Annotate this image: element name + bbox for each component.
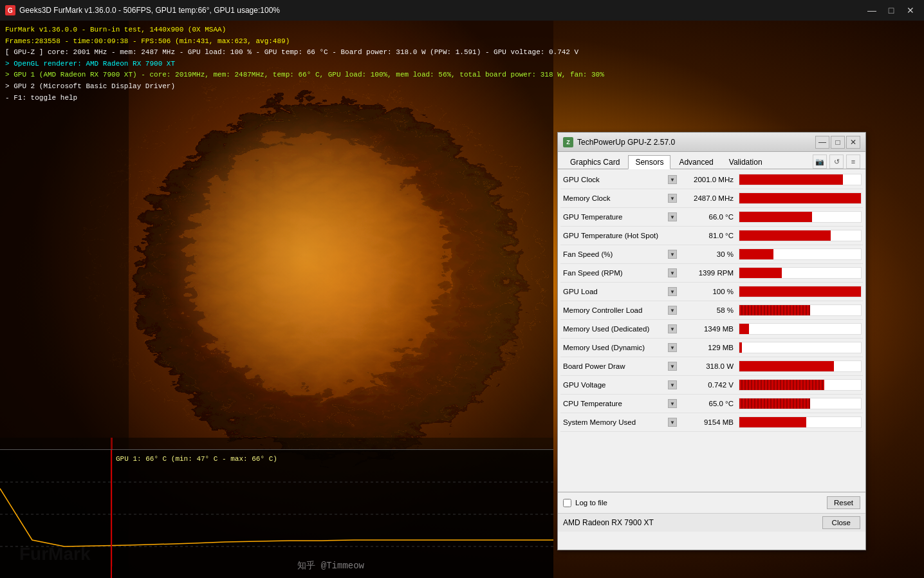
gpuz-minimize-btn[interactable]: —	[815, 136, 829, 149]
gpuz-maximize-btn[interactable]: □	[831, 136, 845, 149]
sensor-dropdown-btn[interactable]: ▼	[668, 418, 677, 427]
sensor-value: 318.0 W	[679, 362, 737, 370]
gpuz-camera-btn[interactable]: 📷	[813, 154, 827, 169]
sensor-bar-container	[739, 267, 862, 279]
furmark-overlay: FurMark v1.36.0.0 - Burn-in test, 1440x9…	[0, 21, 609, 107]
sensor-row: GPU Load▼100 %	[560, 283, 863, 301]
furmark-titlebar: G Geeks3D FurMark v1.36.0.0 - 506FPS, GP…	[0, 0, 924, 21]
gpuz-panel: Z TechPowerUp GPU-Z 2.57.0 — □ ✕ Graphic…	[557, 132, 866, 550]
sensor-bar	[739, 174, 843, 185]
sensor-value: 30 %	[679, 250, 737, 258]
sensor-row: GPU Voltage▼0.742 V	[560, 376, 863, 395]
tab-validation[interactable]: Validation	[722, 155, 770, 169]
sensor-name: GPU Load▼	[560, 287, 679, 296]
tab-sensors[interactable]: Sensors	[628, 155, 670, 169]
sensor-bar	[739, 305, 810, 315]
furmark-icon: G	[5, 5, 15, 15]
sensor-bar-container	[739, 174, 862, 185]
sensor-name: GPU Temperature▼	[560, 212, 679, 221]
sensor-dropdown-btn[interactable]: ▼	[668, 250, 677, 259]
sensor-value: 65.0 °C	[679, 400, 737, 407]
sensor-row: Memory Clock▼2487.0 MHz	[560, 189, 863, 208]
sensor-dropdown-btn[interactable]: ▼	[668, 268, 677, 277]
gpuz-tab-icons: 📷 ↺ ≡	[813, 154, 860, 169]
sensor-dropdown-btn[interactable]: ▼	[668, 194, 677, 203]
furmark-line-3: [ GPU-Z ] core: 2001 MHz - mem: 2487 MHz…	[5, 47, 604, 59]
sensor-row: Board Power Draw▼318.0 W	[560, 357, 863, 376]
sensor-bar	[739, 398, 810, 409]
furmark-title: Geeks3D FurMark v1.36.0.0 - 506FPS, GPU1…	[19, 6, 864, 15]
sensor-dropdown-btn[interactable]: ▼	[668, 212, 677, 221]
gpuz-gpu-name: AMD Radeon RX 7900 XT	[563, 518, 654, 527]
sensor-dropdown-btn[interactable]: ▼	[668, 362, 677, 371]
furmark-line-7: - F1: toggle help	[5, 93, 604, 104]
sensor-value: 1399 RPM	[679, 269, 737, 277]
gpuz-title: TechPowerUp GPU-Z 2.57.0	[577, 138, 815, 147]
sensor-name: Board Power Draw▼	[560, 362, 679, 371]
sensor-value: 1349 MB	[679, 325, 737, 333]
sensor-row: Fan Speed (RPM)▼1399 RPM	[560, 264, 863, 283]
sensor-dropdown-btn[interactable]: ▼	[668, 306, 677, 315]
sensor-dropdown-btn[interactable]: ▼	[668, 343, 677, 352]
tab-graphics-card[interactable]: Graphics Card	[563, 155, 627, 169]
sensor-bar	[739, 361, 834, 371]
sensor-dropdown-btn[interactable]: ▼	[668, 287, 677, 296]
gpuz-reset-btn[interactable]: Reset	[827, 496, 860, 509]
sensor-row: Memory Used (Dedicated)▼1349 MB	[560, 320, 863, 339]
sensor-bar-container	[739, 192, 862, 204]
sensor-bar	[739, 324, 749, 334]
gpuz-bottom-close-btn[interactable]: Close	[822, 516, 860, 529]
log-to-file-checkbox[interactable]	[563, 499, 571, 507]
sensor-bar	[739, 249, 773, 259]
sensor-bar	[739, 268, 782, 278]
sensor-value: 2001.0 MHz	[679, 176, 737, 183]
sensor-dropdown-btn[interactable]: ▼	[668, 324, 677, 333]
gpuz-gpu-name-bar: AMD Radeon RX 7900 XT Close	[558, 513, 865, 532]
furmark-line-1: FurMark v1.36.0.0 - Burn-in test, 1440x9…	[5, 24, 604, 36]
gpuz-close-btn[interactable]: ✕	[846, 136, 860, 149]
furmark-minimize-btn[interactable]: —	[864, 4, 880, 17]
sensor-bar-container	[739, 416, 862, 428]
sensor-value: 0.742 V	[679, 381, 737, 389]
graph-label: GPU 1: 66° C (min: 47° C - max: 66° C)	[116, 455, 277, 463]
furmark-line-5: > GPU 1 (AMD Radeon RX 7900 XT) - core: …	[5, 70, 604, 81]
furmark-close-btn[interactable]: ✕	[902, 4, 919, 17]
sensor-row: Memory Used (Dynamic)▼129 MB	[560, 339, 863, 357]
svg-rect-17	[111, 450, 112, 578]
sensor-bar	[739, 212, 812, 222]
gpuz-menu-btn[interactable]: ≡	[846, 154, 860, 169]
sensor-bar	[739, 417, 806, 427]
sensor-row: Fan Speed (%)▼30 %	[560, 245, 863, 264]
sensor-name: System Memory Used▼	[560, 418, 679, 427]
sensor-dropdown-btn[interactable]: ▼	[668, 175, 677, 184]
sensor-row: GPU Temperature (Hot Spot)81.0 °C	[560, 227, 863, 245]
gpuz-tabs: Graphics Card Sensors Advanced Validatio…	[558, 152, 865, 169]
sensor-name: Memory Used (Dedicated)▼	[560, 324, 679, 333]
sensor-value: 81.0 °C	[679, 232, 737, 239]
gpuz-refresh-btn[interactable]: ↺	[829, 154, 844, 169]
gpuz-log-label: Log to file	[575, 499, 607, 507]
sensor-bar-container	[739, 286, 862, 297]
sensor-name: Fan Speed (%)▼	[560, 250, 679, 259]
sensor-bar-container	[739, 304, 862, 316]
sensor-bar	[739, 342, 742, 353]
sensor-row: CPU Temperature▼65.0 °C	[560, 395, 863, 413]
sensor-value: 129 MB	[679, 344, 737, 351]
sensor-name: GPU Voltage▼	[560, 380, 679, 389]
gpuz-icon: Z	[563, 137, 573, 147]
gpuz-titlebar: Z TechPowerUp GPU-Z 2.57.0 — □ ✕	[558, 133, 865, 152]
watermark: 知乎 @Timmeow	[297, 560, 364, 572]
sensor-dropdown-btn[interactable]: ▼	[668, 399, 677, 408]
sensor-value: 9154 MB	[679, 418, 737, 426]
tab-advanced[interactable]: Advanced	[672, 155, 720, 169]
furmark-line-4: > OpenGL renderer: AMD Radeon RX 7900 XT	[5, 59, 604, 70]
sensor-name: GPU Clock▼	[560, 175, 679, 184]
sensor-dropdown-btn[interactable]: ▼	[668, 380, 677, 389]
sensor-bar-container	[739, 398, 862, 409]
graph-svg	[0, 450, 553, 578]
sensor-value: 2487.0 MHz	[679, 194, 737, 202]
sensor-bar-container	[739, 248, 862, 260]
furmark-maximize-btn[interactable]: □	[883, 4, 900, 17]
sensor-bar-container	[739, 342, 862, 353]
sensor-row: GPU Temperature▼66.0 °C	[560, 208, 863, 227]
